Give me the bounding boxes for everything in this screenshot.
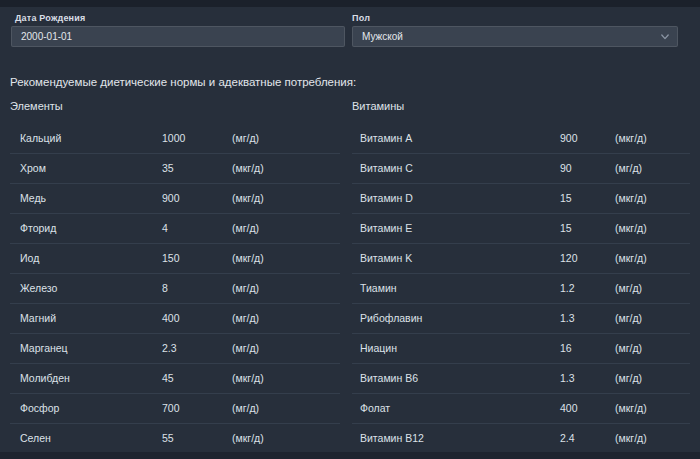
nutrient-value: 400 <box>162 304 180 333</box>
nutrient-name: Фторид <box>20 214 56 243</box>
nutrient-name: Фосфор <box>20 394 59 423</box>
nutrient-unit: (мкг/д) <box>232 154 264 183</box>
nutrient-unit: (мкг/д) <box>232 184 264 213</box>
nutrient-value: 4 <box>162 214 168 243</box>
table-row: Магний 400 (мг/д) <box>10 304 340 334</box>
table-row: Фторид 4 (мг/д) <box>10 214 340 244</box>
nutrient-value: 45 <box>162 364 174 393</box>
date-of-birth-input[interactable] <box>11 26 345 47</box>
nutrient-name: Иод <box>20 244 39 273</box>
nutrient-name: Витамин B6 <box>360 364 418 393</box>
date-of-birth-label: Дата Рождения <box>15 13 85 23</box>
nutrient-name: Марганец <box>20 334 68 363</box>
nutrient-value: 700 <box>162 394 180 423</box>
elements-header: Элементы <box>10 100 63 112</box>
gender-label: Пол <box>352 13 370 23</box>
nutrient-name: Хром <box>20 154 46 183</box>
nutrient-unit: (мкг/д) <box>615 184 647 213</box>
table-row: Витамин D 15 (мкг/д) <box>352 184 690 214</box>
nutrient-value: 120 <box>560 244 578 273</box>
nutrient-unit: (мкг/д) <box>615 244 647 273</box>
nutrient-unit: (мг/д) <box>232 304 259 333</box>
table-row: Селен 55 (мкг/д) <box>10 424 340 454</box>
table-row: Железо 8 (мг/д) <box>10 274 340 304</box>
nutrient-name: Железо <box>20 274 57 303</box>
nutrient-name: Витамин C <box>360 154 413 183</box>
nutrient-name: Витамин B12 <box>360 424 424 453</box>
top-strip <box>0 0 700 7</box>
table-row: Молибден 45 (мкг/д) <box>10 364 340 394</box>
chevron-down-icon <box>661 34 669 40</box>
table-row: Витамин C 90 (мг/д) <box>352 154 690 184</box>
nutrient-name: Магний <box>20 304 56 333</box>
nutrient-name: Витамин E <box>360 214 412 243</box>
nutrient-name: Медь <box>20 184 46 213</box>
table-row: Марганец 2.3 (мг/д) <box>10 334 340 364</box>
nutrient-unit: (мг/д) <box>232 394 259 423</box>
elements-table: Кальций 1000 (мг/д) Хром 35 (мкг/д) Медь… <box>10 124 340 454</box>
table-row: Медь 900 (мкг/д) <box>10 184 340 214</box>
nutrient-unit: (мг/д) <box>232 334 259 363</box>
nutrient-value: 15 <box>560 184 572 213</box>
nutrient-name: Витамин K <box>360 244 412 273</box>
nutrient-name: Селен <box>20 424 51 453</box>
nutrient-unit: (мг/д) <box>232 214 259 243</box>
nutrient-value: 2.3 <box>162 334 177 363</box>
nutrient-value: 8 <box>162 274 168 303</box>
vitamins-header: Витамины <box>352 100 404 112</box>
nutrient-value: 400 <box>560 394 578 423</box>
nutrient-value: 15 <box>560 214 572 243</box>
nutrient-name: Ниацин <box>360 334 397 363</box>
table-row: Фолат 400 (мкг/д) <box>352 394 690 424</box>
nutrient-unit: (мкг/д) <box>615 214 647 243</box>
nutrient-unit: (мг/д) <box>232 274 259 303</box>
nutrient-name: Витамин D <box>360 184 413 213</box>
nutrient-value: 900 <box>560 124 578 153</box>
nutrient-value: 1.3 <box>560 304 575 333</box>
nutrient-name: Кальций <box>20 124 61 153</box>
table-row: Кальций 1000 (мг/д) <box>10 124 340 154</box>
bottom-strip <box>0 452 700 459</box>
nutrient-unit: (мкг/д) <box>615 394 647 423</box>
nutrient-value: 35 <box>162 154 174 183</box>
nutrient-unit: (мг/д) <box>615 154 642 183</box>
nutrient-unit: (мкг/д) <box>615 424 647 453</box>
nutrient-name: Витамин A <box>360 124 412 153</box>
table-row: Ниацин 16 (мг/д) <box>352 334 690 364</box>
nutrient-value: 55 <box>162 424 174 453</box>
nutrient-unit: (мг/д) <box>615 364 642 393</box>
table-row: Витамин E 15 (мкг/д) <box>352 214 690 244</box>
nutrient-unit: (мкг/д) <box>232 244 264 273</box>
nutrient-value: 2.4 <box>560 424 575 453</box>
nutrient-value: 1.3 <box>560 364 575 393</box>
section-title: Рекомендуемые диетические нормы и адеква… <box>10 76 356 88</box>
nutrient-unit: (мг/д) <box>615 334 642 363</box>
table-row: Рибофлавин 1.3 (мг/д) <box>352 304 690 334</box>
nutrient-name: Фолат <box>360 394 390 423</box>
nutrient-value: 150 <box>162 244 180 273</box>
nutrient-unit: (мкг/д) <box>615 124 647 153</box>
nutrient-name: Тиамин <box>360 274 397 303</box>
table-row: Тиамин 1.2 (мг/д) <box>352 274 690 304</box>
nutrient-unit: (мг/д) <box>232 124 259 153</box>
table-row: Хром 35 (мкг/д) <box>10 154 340 184</box>
nutrient-value: 1.2 <box>560 274 575 303</box>
nutrient-value: 90 <box>560 154 572 183</box>
gender-selected-value: Мужской <box>362 31 403 42</box>
nutrient-name: Рибофлавин <box>360 304 422 333</box>
nutrient-value: 16 <box>560 334 572 363</box>
table-row: Витамин K 120 (мкг/д) <box>352 244 690 274</box>
nutrient-unit: (мг/д) <box>615 304 642 333</box>
table-row: Иод 150 (мкг/д) <box>10 244 340 274</box>
nutrient-name: Молибден <box>20 364 70 393</box>
gender-select[interactable]: Мужской <box>352 26 678 47</box>
table-row: Витамин A 900 (мкг/д) <box>352 124 690 154</box>
table-row: Фосфор 700 (мг/д) <box>10 394 340 424</box>
vitamins-table: Витамин A 900 (мкг/д) Витамин C 90 (мг/д… <box>352 124 690 454</box>
nutrient-unit: (мг/д) <box>615 274 642 303</box>
nutrient-unit: (мкг/д) <box>232 364 264 393</box>
nutrient-unit: (мкг/д) <box>232 424 264 453</box>
nutrient-value: 1000 <box>162 124 185 153</box>
nutrient-value: 900 <box>162 184 180 213</box>
table-row: Витамин B6 1.3 (мг/д) <box>352 364 690 394</box>
